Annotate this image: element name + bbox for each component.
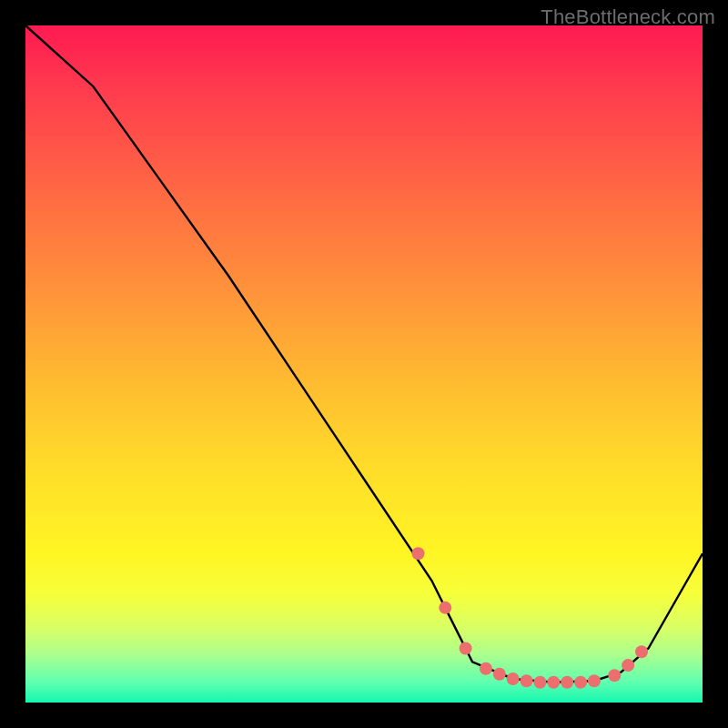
chart-overlay	[25, 25, 703, 703]
watermark-text: TheBottleneck.com	[541, 5, 715, 29]
chart-marker	[533, 676, 546, 689]
chart-marker	[635, 645, 648, 658]
chart-curve	[25, 25, 703, 682]
chart-marker	[439, 602, 451, 614]
chart-marker	[574, 676, 587, 689]
chart-marker	[493, 668, 506, 681]
chart-marker	[521, 674, 533, 687]
chart-marker	[608, 669, 621, 682]
chart-markers-group	[412, 547, 649, 688]
chart-marker	[622, 659, 634, 672]
chart-marker	[588, 674, 601, 687]
chart-marker	[507, 672, 520, 685]
chart-marker	[561, 676, 573, 689]
chart-marker	[460, 642, 472, 654]
chart-stage: TheBottleneck.com	[0, 0, 728, 728]
chart-marker	[412, 547, 425, 560]
chart-marker	[480, 662, 492, 675]
chart-marker	[547, 676, 560, 689]
